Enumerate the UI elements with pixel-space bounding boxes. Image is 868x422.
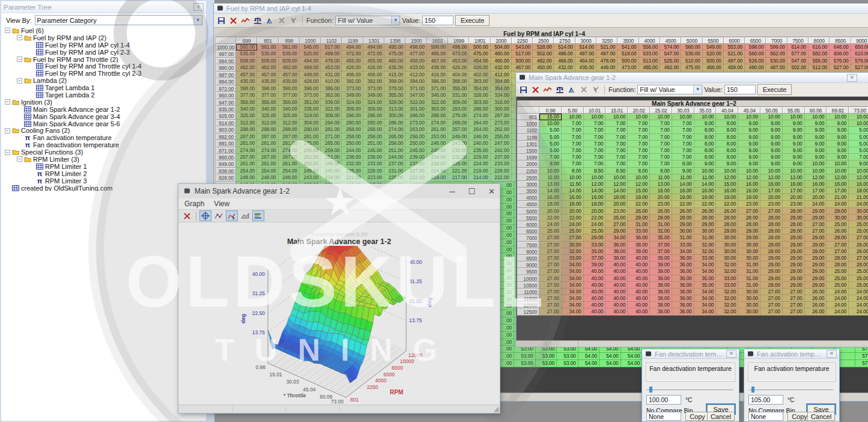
value-cell[interactable]: 29.00 <box>805 248 827 255</box>
value-cell[interactable]: 426.00 <box>469 64 490 71</box>
value-cell[interactable]: 22.00 <box>672 201 694 207</box>
value-cell[interactable]: 355.00 <box>448 85 469 92</box>
value-cell[interactable]: 325.00 <box>236 112 257 119</box>
value-cell[interactable]: 27.00 <box>827 248 849 255</box>
row-header[interactable]: 10000 <box>517 275 539 282</box>
value-cell[interactable]: 28.00 <box>738 221 760 228</box>
value-cell[interactable]: 224.00 <box>469 161 490 167</box>
value-cell[interactable]: 402.00 <box>469 72 490 78</box>
value-cell[interactable]: 9.00 <box>783 161 805 167</box>
value-cell[interactable]: 10.00 <box>738 114 760 120</box>
value-cell[interactable]: 40.00 <box>628 302 650 308</box>
value-cell[interactable]: 29.00 <box>783 215 805 221</box>
value-cell[interactable]: 38.00 <box>650 302 672 308</box>
value-cell[interactable]: 25.00 <box>827 221 849 228</box>
value-cell[interactable]: 30.00 <box>562 242 584 248</box>
value-cell[interactable]: 30.00 <box>738 289 760 295</box>
value-cell[interactable]: 256.00 <box>405 133 426 140</box>
value-cell[interactable]: 36.00 <box>672 289 694 295</box>
column-header[interactable]: 3000 <box>575 37 596 44</box>
value-cell[interactable]: 340.00 <box>279 106 300 112</box>
value-cell[interactable]: 487.00 <box>766 64 787 71</box>
value-cell[interactable]: 19.00 <box>738 194 760 201</box>
value-cell[interactable]: 23.00 <box>650 201 672 207</box>
value-cell[interactable]: 53.00 <box>557 353 578 360</box>
value-cell[interactable]: 40.00 <box>605 261 628 268</box>
value-cell[interactable]: 30.00 <box>716 248 738 255</box>
row-header[interactable]: 2250 <box>517 168 539 174</box>
value-cell[interactable]: 340.00 <box>257 106 278 112</box>
value-cell[interactable]: 322.00 <box>405 99 426 106</box>
column-header[interactable]: 1602 <box>427 37 448 44</box>
value-cell[interactable]: 473.00 <box>448 50 469 57</box>
value-cell[interactable]: 547.00 <box>660 50 681 57</box>
value-cell[interactable]: 10.00 <box>539 120 562 127</box>
value-cell[interactable]: 494.00 <box>363 44 384 50</box>
value-cell[interactable]: 34.00 <box>562 282 584 289</box>
value-cell[interactable]: 273.00 <box>491 120 512 126</box>
value-cell[interactable]: 15.00 <box>539 114 562 120</box>
value-cell[interactable]: 371.00 <box>405 85 426 92</box>
value-cell[interactable]: 347.00 <box>405 92 426 99</box>
value-cell[interactable]: 16.00 <box>650 188 672 194</box>
value-cell[interactable]: 24.00 <box>849 201 868 207</box>
row-header[interactable]: 914.00 <box>216 120 236 126</box>
value-cell[interactable]: 287.00 <box>279 133 300 140</box>
column-header[interactable]: 6500 <box>745 37 766 44</box>
value-cell[interactable]: 561.00 <box>257 44 278 50</box>
tree-item[interactable]: πRPM Limiter 3 <box>5 177 206 185</box>
value-cell[interactable]: 7.00 <box>605 161 628 167</box>
column-header[interactable]: 1500 <box>405 37 426 44</box>
value-cell[interactable]: 8.00 <box>716 127 738 133</box>
value-cell[interactable]: 226.00 <box>342 168 363 174</box>
value-cell[interactable]: 246.00 <box>469 133 490 140</box>
value-cell[interactable]: 38.00 <box>650 282 672 289</box>
value-cell[interactable]: 508.00 <box>257 58 278 64</box>
value-cell[interactable]: 33.00 <box>672 242 694 248</box>
value-cell[interactable]: 373.00 <box>363 85 384 92</box>
value-cell[interactable]: 32.00 <box>716 295 738 302</box>
dialog-titlebar[interactable]: Fan activation temperat... ✕ <box>744 349 839 359</box>
value-cell[interactable]: 11.00 <box>650 174 672 181</box>
value-cell[interactable]: 249.00 <box>300 168 321 174</box>
value-cell[interactable]: 433.00 <box>405 64 426 71</box>
value-cell[interactable]: 259.00 <box>321 147 342 154</box>
value-cell[interactable]: 28.00 <box>694 215 717 221</box>
value-cell[interactable]: 244.00 <box>384 154 405 161</box>
value-cell[interactable]: 286.00 <box>384 120 405 126</box>
value-cell[interactable]: 7.00 <box>628 134 650 141</box>
value-cell[interactable]: 9.00 <box>760 147 783 154</box>
surface-plot[interactable]: 40.0040.0031.2531.2522.5022.5013.7513.75… <box>178 246 501 408</box>
temperature-input[interactable]: 105.00 <box>748 395 783 405</box>
value-cell[interactable]: 10.00 <box>584 174 606 181</box>
value-cell[interactable]: 426.00 <box>363 64 384 71</box>
value-cell[interactable]: 8.50 <box>605 168 628 174</box>
value-cell[interactable]: 274.00 <box>236 147 257 154</box>
value-cell[interactable]: 10.00 <box>805 161 827 167</box>
value-cell[interactable]: 264.00 <box>469 120 490 126</box>
scales-icon[interactable] <box>252 16 263 26</box>
value-cell[interactable]: 7.00 <box>562 134 584 141</box>
value-cell[interactable]: 482.00 <box>257 64 278 71</box>
value-cell[interactable]: 28.00 <box>760 228 783 234</box>
value-cell[interactable]: 40.00 <box>628 261 650 268</box>
value-cell[interactable]: 31.00 <box>672 234 694 241</box>
tree-item[interactable]: Target Lambda 2 <box>5 91 206 99</box>
value-cell[interactable]: 329.00 <box>384 99 405 106</box>
value-cell[interactable]: 598.00 <box>745 44 766 50</box>
value-cell[interactable]: 454.00 <box>469 58 490 64</box>
value-cell[interactable]: 28.00 <box>783 221 805 228</box>
value-cell[interactable]: 267.00 <box>279 154 300 161</box>
value-cell[interactable]: 28.00 <box>760 234 783 241</box>
tree-item[interactable]: πFan activation temperature <box>5 134 206 141</box>
value-cell[interactable]: 467.00 <box>427 58 448 64</box>
value-cell[interactable]: 11.50 <box>562 181 584 188</box>
value-cell[interactable]: 240.00 <box>427 147 448 154</box>
value-cell[interactable]: 29.00 <box>783 248 805 255</box>
value-cell[interactable]: 258.00 <box>363 133 384 140</box>
value-cell[interactable]: 527.00 <box>851 64 868 71</box>
value-cell[interactable]: 324.00 <box>342 99 363 106</box>
value-cell[interactable]: 10.00 <box>849 120 868 127</box>
value-cell[interactable]: 29.00 <box>783 268 805 275</box>
row-header[interactable]: 5500 <box>517 215 539 221</box>
